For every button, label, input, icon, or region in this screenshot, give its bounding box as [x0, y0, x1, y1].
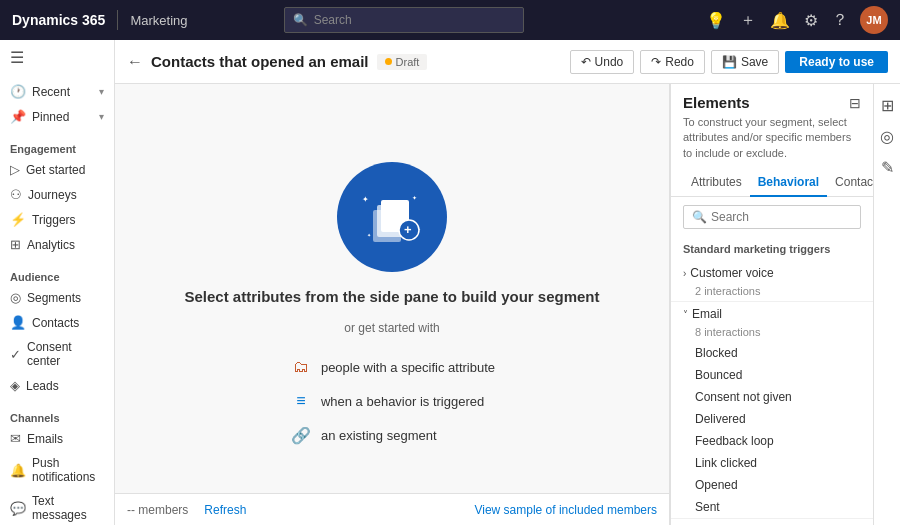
sidebar-label-emails: Emails	[27, 432, 63, 446]
segment-icon-svg: ✦ ✦ ✦ ✦ +	[357, 182, 427, 252]
tab-contacts[interactable]: Contacts	[827, 169, 873, 197]
panel-search-input[interactable]	[711, 210, 852, 224]
redo-icon: ↷	[651, 55, 661, 69]
undo-label: Undo	[595, 55, 624, 69]
canvas-or-text: or get started with	[344, 321, 439, 335]
sidebar-item-push[interactable]: 🔔 Push notifications	[0, 451, 114, 489]
sidebar-item-recent[interactable]: 🕐 Recent ▾	[0, 79, 114, 104]
sms-icon: 💬	[10, 501, 26, 516]
recent-icon: 🕐	[10, 84, 26, 99]
consent-icon: ✓	[10, 347, 21, 362]
sidebar-item-consent[interactable]: ✓ Consent center	[0, 335, 114, 373]
panel-item-feedback-loop[interactable]: Feedback loop	[671, 430, 873, 452]
redo-button[interactable]: ↷ Redo	[640, 50, 705, 74]
panel-item-sent[interactable]: Sent	[671, 496, 873, 518]
sidebar-item-journeys[interactable]: ⚇ Journeys	[0, 182, 114, 207]
panel-item-blocked[interactable]: Blocked	[671, 342, 873, 364]
panel-item-consent-not-given[interactable]: Consent not given	[671, 386, 873, 408]
module-title: Marketing	[130, 13, 187, 28]
tab-behavioral[interactable]: Behavioral	[750, 169, 827, 197]
chevron-down-icon-2: ▾	[99, 111, 104, 122]
undo-button[interactable]: ↶ Undo	[570, 50, 635, 74]
nav-divider	[117, 10, 118, 30]
panel-group-email: ˅ Email 8 interactions Blocked Bounced C…	[671, 302, 873, 519]
save-icon: 💾	[722, 55, 737, 69]
panel-search-box[interactable]: 🔍	[683, 205, 861, 229]
canvas-option-segment[interactable]: 🔗 an existing segment	[289, 423, 495, 447]
sidebar-label-triggers: Triggers	[32, 213, 76, 227]
panel-item-bounced[interactable]: Bounced	[671, 364, 873, 386]
status-dot	[385, 58, 392, 65]
top-nav: Dynamics 365 Marketing 🔍 💡 ＋ 🔔 ⚙ ？ JM	[0, 0, 900, 40]
panel-group-row-marketing-event[interactable]: › Marketing event/registration	[671, 519, 873, 525]
lightbulb-icon[interactable]: 💡	[704, 9, 728, 32]
panel-group-customer-voice: › Customer voice 2 interactions	[671, 261, 873, 302]
panel-side-icon-circle[interactable]: ◎	[878, 125, 896, 148]
chevron-down-icon: ▾	[99, 86, 104, 97]
refresh-button[interactable]: Refresh	[204, 503, 246, 517]
sidebar-label-consent: Consent center	[27, 340, 104, 368]
svg-text:✦: ✦	[362, 195, 369, 204]
bell-icon[interactable]: 🔔	[768, 9, 792, 32]
user-avatar[interactable]: JM	[860, 6, 888, 34]
sidebar-item-sms[interactable]: 💬 Text messages	[0, 489, 114, 525]
customer-voice-count: 2 interactions	[671, 285, 873, 301]
panel-side-icons: ⊞ ◎ ✎	[873, 84, 900, 525]
tab-attributes[interactable]: Attributes	[683, 169, 750, 197]
canvas-option-behavior[interactable]: ≡ when a behavior is triggered	[289, 389, 495, 413]
segment-option-label: an existing segment	[321, 428, 437, 443]
view-sample-button[interactable]: View sample of included members	[474, 503, 657, 517]
page-header: ← Contacts that opened an email Draft ↶ …	[115, 40, 900, 84]
sidebar-item-pinned[interactable]: 📌 Pinned ▾	[0, 104, 114, 129]
get-started-icon: ▷	[10, 162, 20, 177]
sidebar-item-analytics[interactable]: ⊞ Analytics	[0, 232, 114, 257]
status-badge: Draft	[377, 54, 428, 70]
sidebar-label-analytics: Analytics	[27, 238, 75, 252]
sidebar-group-engagement: Engagement ▷ Get started ⚇ Journeys ⚡ Tr…	[0, 133, 114, 261]
sidebar-item-emails[interactable]: ✉ Emails	[0, 426, 114, 451]
sidebar-item-segments[interactable]: ◎ Segments	[0, 285, 114, 310]
plus-icon[interactable]: ＋	[738, 8, 758, 33]
global-search-input[interactable]	[314, 13, 515, 27]
undo-icon: ↶	[581, 55, 591, 69]
canvas-option-attribute[interactable]: 🗂 people with a specific attribute	[289, 355, 495, 379]
panel-grid-icon[interactable]: ⊟	[849, 95, 861, 111]
help-icon[interactable]: ？	[830, 8, 850, 33]
panel-group-row-customer-voice[interactable]: › Customer voice	[671, 261, 873, 285]
sidebar-pinned-label: Pinned	[32, 110, 69, 124]
save-button[interactable]: 💾 Save	[711, 50, 779, 74]
ready-to-use-button[interactable]: Ready to use	[785, 51, 888, 73]
panel-side-icon-grid[interactable]: ⊞	[879, 94, 896, 117]
email-icon: ✉	[10, 431, 21, 446]
svg-text:+: +	[404, 222, 412, 237]
panel-list: Standard marketing triggers › Customer v…	[671, 237, 873, 525]
panel-group-marketing-event: › Marketing event/registration	[671, 519, 873, 525]
attribute-option-icon: 🗂	[289, 355, 313, 379]
save-label: Save	[741, 55, 768, 69]
status-label: Draft	[396, 56, 420, 68]
panel-item-opened[interactable]: Opened	[671, 474, 873, 496]
sidebar-item-leads[interactable]: ◈ Leads	[0, 373, 114, 398]
engagement-group-label: Engagement	[0, 137, 114, 157]
panel-section-header: Standard marketing triggers	[671, 237, 873, 261]
panel-group-row-email[interactable]: ˅ Email	[671, 302, 873, 326]
panel-item-delivered[interactable]: Delivered	[671, 408, 873, 430]
app-body: ☰ 🕐 Recent ▾ 📌 Pinned ▾ Engagement ▷ Get…	[0, 40, 900, 525]
sidebar-item-get-started[interactable]: ▷ Get started	[0, 157, 114, 182]
global-search-box[interactable]: 🔍	[284, 7, 524, 33]
sidebar-recent-label: Recent	[32, 85, 70, 99]
panel-title: Elements	[683, 94, 750, 111]
settings-icon[interactable]: ⚙	[802, 9, 820, 32]
panel-side-icon-edit[interactable]: ✎	[879, 156, 896, 179]
sidebar-label-push: Push notifications	[32, 456, 104, 484]
sidebar-item-contacts[interactable]: 👤 Contacts	[0, 310, 114, 335]
sidebar-item-triggers[interactable]: ⚡ Triggers	[0, 207, 114, 232]
search-icon: 🔍	[293, 13, 308, 27]
panel-header-icons: ⊟	[849, 95, 861, 111]
hamburger-button[interactable]: ☰	[0, 40, 114, 75]
back-button[interactable]: ←	[127, 53, 143, 71]
redo-label: Redo	[665, 55, 694, 69]
panel-item-link-clicked[interactable]: Link clicked	[671, 452, 873, 474]
pin-icon: 📌	[10, 109, 26, 124]
canvas-illustration: ✦ ✦ ✦ ✦ + Select at	[184, 162, 599, 447]
